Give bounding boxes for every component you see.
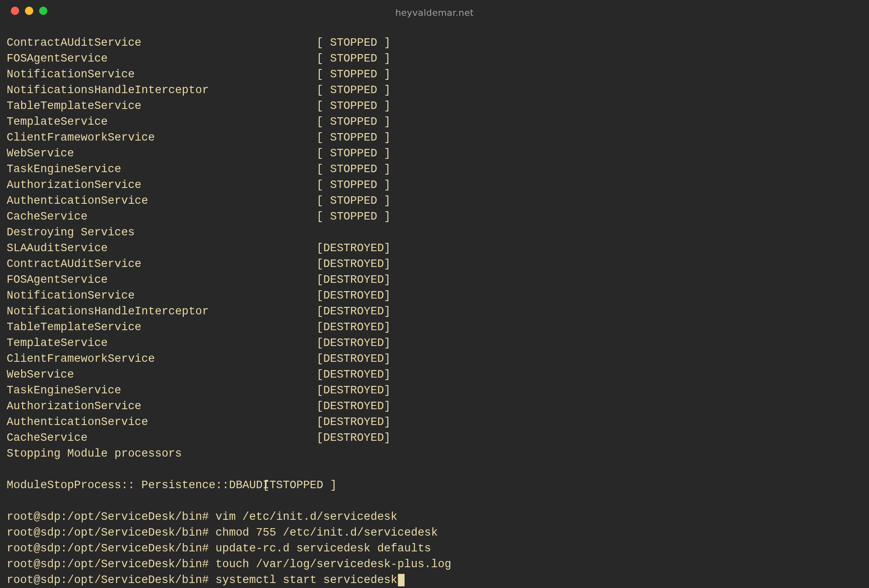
shell-prompt: root@sdp:/opt/ServiceDesk/bin# [7, 511, 215, 523]
service-name: AuthenticationService [7, 414, 316, 430]
service-status: [ STOPPED ] [316, 146, 390, 161]
service-row-destroyed: TableTemplateService [DESTROYED] [7, 319, 862, 335]
service-row-stopped: AuthenticationService [ STOPPED ] [7, 193, 862, 209]
service-row-stopped: CacheService [ STOPPED ] [7, 209, 862, 225]
service-row-stopped: TemplateService [ STOPPED ] [7, 114, 862, 130]
service-status: [DESTROYED] [316, 351, 390, 367]
service-status: [DESTROYED] [316, 304, 390, 319]
service-row-destroyed: ContractAUditService [DESTROYED] [7, 256, 862, 272]
service-row-stopped: AuthorizationService [ STOPPED ] [7, 177, 862, 193]
service-name: ContractAUditService [7, 35, 316, 51]
prompt-current-line[interactable]: root@sdp:/opt/ServiceDesk/bin# systemctl… [7, 572, 862, 588]
shell-prompt: root@sdp:/opt/ServiceDesk/bin# [7, 558, 215, 571]
service-status: [ STOPPED ] [316, 114, 390, 130]
service-status: [ STOPPED ] [316, 209, 390, 225]
service-row-stopped: TaskEngineService [ STOPPED ] [7, 161, 862, 177]
service-status: [ STOPPED ] [316, 51, 390, 67]
service-row-destroyed: AuthenticationService [DESTROYED] [7, 414, 862, 430]
service-row-stopped: WebService [ STOPPED ] [7, 146, 862, 161]
command-text: chmod 755 /etc/init.d/servicedesk [215, 526, 438, 539]
service-row-stopped: FOSAgentService [ STOPPED ] [7, 51, 862, 67]
service-name: TaskEngineService [7, 383, 316, 398]
terminal-output[interactable]: ContractAUditService [ STOPPED ]FOSAgent… [0, 19, 869, 588]
service-name: NotificationService [7, 67, 316, 82]
prompt-history-line: root@sdp:/opt/ServiceDesk/bin# vim /etc/… [7, 509, 862, 525]
service-status: [ STOPPED ] [316, 177, 390, 193]
command-text: update-rc.d servicedesk defaults [215, 542, 431, 555]
service-status: [ STOPPED ] [316, 35, 390, 51]
service-status: [DESTROYED] [316, 288, 390, 304]
service-name: NotificationService [7, 288, 316, 304]
module-stop-row: ModuleStopProcess:: Persistence::DBAUDIT… [7, 477, 862, 493]
service-status: [ STOPPED ] [316, 67, 390, 82]
command-input[interactable]: systemctl start servicedesk [215, 574, 397, 586]
command-text: touch /var/log/servicedesk-plus.log [215, 558, 451, 571]
service-status: [DESTROYED] [316, 272, 390, 288]
destroying-services-header: Destroying Services [7, 225, 862, 240]
service-name: FOSAgentService [7, 272, 316, 288]
service-row-destroyed: SLAAuditService [DESTROYED] [7, 240, 862, 256]
service-name: TableTemplateService [7, 98, 316, 114]
service-name: WebService [7, 146, 316, 161]
service-name: SLAAuditService [7, 240, 316, 256]
service-name: AuthenticationService [7, 193, 316, 209]
module-status: [ STOPPED ] [263, 477, 337, 493]
service-status: [DESTROYED] [316, 398, 390, 414]
service-row-destroyed: NotificationService [DESTROYED] [7, 288, 862, 304]
service-status: [DESTROYED] [316, 367, 390, 383]
service-name: WebService [7, 367, 316, 383]
prompt-history-line: root@sdp:/opt/ServiceDesk/bin# chmod 755… [7, 525, 862, 541]
service-row-destroyed: FOSAgentService [DESTROYED] [7, 272, 862, 288]
blank-line [7, 493, 862, 509]
service-status: [ STOPPED ] [316, 82, 390, 98]
service-name: AuthorizationService [7, 398, 316, 414]
prompt-history-line: root@sdp:/opt/ServiceDesk/bin# touch /va… [7, 556, 862, 572]
service-name: ClientFrameworkService [7, 130, 316, 146]
service-name: TemplateService [7, 335, 316, 351]
shell-prompt: root@sdp:/opt/ServiceDesk/bin# [7, 542, 215, 555]
service-name: CacheService [7, 209, 316, 225]
stopping-module-header: Stopping Module processors [7, 446, 862, 462]
service-status: [ STOPPED ] [316, 130, 390, 146]
service-name: ContractAUditService [7, 256, 316, 272]
prompt-history-line: root@sdp:/opt/ServiceDesk/bin# update-rc… [7, 541, 862, 556]
shell-prompt: root@sdp:/opt/ServiceDesk/bin# [7, 526, 215, 539]
service-name: NotificationsHandleInterceptor [7, 82, 316, 98]
service-status: [ STOPPED ] [316, 161, 390, 177]
service-row-destroyed: NotificationsHandleInterceptor [DESTROYE… [7, 304, 862, 319]
service-row-destroyed: TaskEngineService [DESTROYED] [7, 383, 862, 398]
service-row-stopped: ClientFrameworkService [ STOPPED ] [7, 130, 862, 146]
service-row-stopped: NotificationsHandleInterceptor [ STOPPED… [7, 82, 862, 98]
service-status: [DESTROYED] [316, 256, 390, 272]
service-status: [DESTROYED] [316, 240, 390, 256]
service-status: [DESTROYED] [316, 319, 390, 335]
service-row-stopped: ContractAUditService [ STOPPED ] [7, 35, 862, 51]
service-name: TaskEngineService [7, 161, 316, 177]
command-text: vim /etc/init.d/servicedesk [215, 511, 397, 523]
service-status: [DESTROYED] [316, 383, 390, 398]
service-status: [ STOPPED ] [316, 98, 390, 114]
service-name: TableTemplateService [7, 319, 316, 335]
window-title: heyvaldemar.net [0, 5, 869, 21]
service-row-destroyed: WebService [DESTROYED] [7, 367, 862, 383]
service-row-stopped: NotificationService [ STOPPED ] [7, 67, 862, 82]
window-titlebar: heyvaldemar.net [0, 0, 869, 19]
service-name: ClientFrameworkService [7, 351, 316, 367]
service-status: [DESTROYED] [316, 414, 390, 430]
service-name: CacheService [7, 430, 316, 446]
service-row-destroyed: CacheService [DESTROYED] [7, 430, 862, 446]
service-row-destroyed: ClientFrameworkService [DESTROYED] [7, 351, 862, 367]
service-name: TemplateService [7, 114, 316, 130]
service-row-destroyed: TemplateService [DESTROYED] [7, 335, 862, 351]
service-status: [ STOPPED ] [316, 193, 390, 209]
service-name: FOSAgentService [7, 51, 316, 67]
cursor-icon [398, 574, 405, 586]
service-row-stopped: TableTemplateService [ STOPPED ] [7, 98, 862, 114]
blank-line [7, 462, 862, 477]
service-status: [DESTROYED] [316, 335, 390, 351]
service-row-destroyed: AuthorizationService [DESTROYED] [7, 398, 862, 414]
module-name: ModuleStopProcess:: Persistence::DBAUDIT [7, 477, 263, 493]
service-name: NotificationsHandleInterceptor [7, 304, 316, 319]
service-status: [DESTROYED] [316, 430, 390, 446]
service-name: AuthorizationService [7, 177, 316, 193]
